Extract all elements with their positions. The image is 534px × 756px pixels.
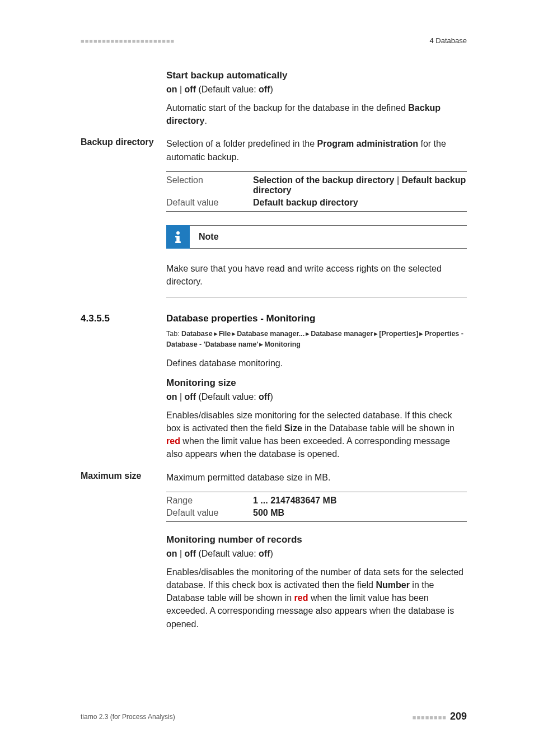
note-header: Note bbox=[166, 225, 467, 249]
tab-seg: Monitoring bbox=[264, 340, 301, 348]
option-default-label: (Default value: bbox=[196, 85, 259, 94]
heading-monitoring-records: Monitoring number of records bbox=[166, 534, 467, 545]
text: | bbox=[395, 175, 402, 185]
option-default-value: off bbox=[259, 85, 270, 94]
deflist-val-default: 500 MB bbox=[253, 507, 467, 519]
option-on: on bbox=[166, 549, 177, 558]
text-bold: Program administration bbox=[317, 139, 418, 148]
tab-seg: Database manager... bbox=[237, 330, 305, 338]
deflist-row: Default value 500 MB bbox=[166, 507, 467, 519]
option-line-monitoring-records: on | off (Default value: off) bbox=[166, 549, 467, 559]
text: Selection of a folder predefined in the bbox=[166, 139, 317, 148]
text: in the Database table will be shown in bbox=[302, 423, 455, 433]
footer-product: tiamo 2.3 (for Process Analysis) bbox=[81, 713, 175, 721]
option-sep: | bbox=[177, 392, 185, 402]
option-line-start-backup: on | off (Default value: off) bbox=[166, 85, 467, 95]
text-bold: Default backup directory bbox=[253, 198, 358, 207]
heading-start-backup: Start backup automatically bbox=[166, 70, 467, 81]
info-icon bbox=[166, 225, 190, 249]
option-off: off bbox=[185, 549, 196, 558]
deflist-backup-directory: Selection Selection of the backup direct… bbox=[166, 171, 467, 212]
deflist-row: Range 1 ... 2147483647 MB bbox=[166, 494, 467, 507]
text: when the limit value has been exceeded. … bbox=[166, 436, 450, 459]
footer-dots-icon: ■■■■■■■■ bbox=[413, 714, 447, 721]
text-bold: 500 MB bbox=[253, 508, 284, 517]
tab-seg: Database manager bbox=[311, 330, 373, 338]
page-number: 209 bbox=[450, 711, 467, 722]
option-line-monitoring-size: on | off (Default value: off) bbox=[166, 392, 467, 402]
para-start-backup: Automatic start of the backup for the da… bbox=[166, 101, 467, 127]
para-maximum-size: Maximum permitted database size in MB. bbox=[166, 471, 467, 484]
option-close: ) bbox=[270, 85, 273, 94]
note-box: Note Make sure that you have read and wr… bbox=[166, 225, 467, 297]
section-db-properties-monitoring: 4.3.5.5 Database properties - Monitoring… bbox=[166, 313, 467, 460]
tab-seg: [Properties] bbox=[379, 330, 418, 338]
tab-seg: File bbox=[219, 330, 231, 338]
option-close: ) bbox=[270, 392, 273, 402]
text-bold: Selection of the backup directory bbox=[253, 175, 395, 185]
deflist-key-range: Range bbox=[166, 494, 253, 507]
section-start-backup: Start backup automatically on | off (Def… bbox=[166, 70, 467, 127]
svg-rect-3 bbox=[175, 236, 179, 237]
section-maximum-size: Maximum size Maximum permitted database … bbox=[166, 471, 467, 522]
option-on: on bbox=[166, 85, 177, 94]
option-off: off bbox=[185, 85, 196, 94]
deflist-key-default: Default value bbox=[166, 507, 253, 519]
option-default-value: off bbox=[259, 392, 270, 402]
footer-right: ■■■■■■■■ 209 bbox=[413, 711, 467, 722]
header-chapter: 4 Database bbox=[430, 36, 467, 45]
side-label-backup-directory: Backup directory bbox=[81, 137, 162, 147]
text: . bbox=[204, 116, 207, 125]
chevron-right-icon: ▶ bbox=[214, 330, 218, 338]
para-defines: Defines database monitoring. bbox=[166, 357, 467, 370]
note-title: Note bbox=[190, 232, 219, 242]
para-backup-directory: Selection of a folder predefined in the … bbox=[166, 137, 467, 163]
tab-prefix: Tab: bbox=[166, 330, 181, 338]
section-title: Database properties - Monitoring bbox=[166, 313, 315, 324]
text-red: red bbox=[166, 436, 180, 446]
deflist-val-default: Default backup directory bbox=[253, 197, 467, 209]
deflist-maximum-size: Range 1 ... 2147483647 MB Default value … bbox=[166, 492, 467, 522]
text-bold: Number bbox=[376, 580, 409, 590]
chevron-right-icon: ▶ bbox=[419, 330, 423, 338]
deflist-key-selection: Selection bbox=[166, 174, 253, 197]
deflist-row: Default value Default backup directory bbox=[166, 197, 467, 209]
option-default-label: (Default value: bbox=[196, 392, 259, 402]
tab-path: Tab: Database▶File▶Database manager...▶D… bbox=[166, 329, 467, 350]
section-backup-directory: Backup directory Selection of a folder p… bbox=[166, 137, 467, 297]
chevron-right-icon: ▶ bbox=[374, 330, 378, 338]
option-default-value: off bbox=[259, 549, 270, 558]
svg-point-0 bbox=[176, 231, 180, 235]
deflist-val-selection: Selection of the backup directory | Defa… bbox=[253, 174, 467, 197]
svg-rect-2 bbox=[175, 241, 181, 243]
option-default-label: (Default value: bbox=[196, 549, 259, 558]
page-header: ■■■■■■■■■■■■■■■■■■■■■■ 4 Database bbox=[81, 36, 467, 45]
option-sep: | bbox=[177, 85, 185, 94]
chevron-right-icon: ▶ bbox=[232, 330, 236, 338]
deflist-val-range: 1 ... 2147483647 MB bbox=[253, 494, 467, 507]
section-heading-row: 4.3.5.5 Database properties - Monitoring bbox=[166, 313, 467, 324]
para-monitoring-records: Enables/disables the monitoring of the n… bbox=[166, 566, 467, 631]
chevron-right-icon: ▶ bbox=[306, 330, 310, 338]
para-monitoring-size: Enables/disables size monitoring for the… bbox=[166, 409, 467, 461]
text: Automatic start of the backup for the da… bbox=[166, 103, 408, 113]
heading-monitoring-size: Monitoring size bbox=[166, 377, 467, 389]
option-close: ) bbox=[270, 549, 273, 558]
tab-seg: Database bbox=[181, 330, 213, 338]
option-sep: | bbox=[177, 549, 185, 558]
option-on: on bbox=[166, 392, 177, 402]
section-number: 4.3.5.5 bbox=[81, 313, 166, 324]
option-off: off bbox=[185, 392, 196, 402]
side-label-maximum-size: Maximum size bbox=[81, 471, 162, 481]
note-title-wrap: Note bbox=[190, 225, 467, 249]
chevron-right-icon: ▶ bbox=[259, 341, 263, 349]
text-bold: 1 ... 2147483647 MB bbox=[253, 496, 336, 505]
deflist-key-default: Default value bbox=[166, 197, 253, 209]
note-body: Make sure that you have read and write a… bbox=[166, 262, 467, 297]
text-red: red bbox=[294, 593, 308, 603]
section-monitoring-records: Monitoring number of records on | off (D… bbox=[166, 534, 467, 631]
header-dots-icon: ■■■■■■■■■■■■■■■■■■■■■■ bbox=[81, 38, 175, 44]
deflist-row: Selection Selection of the backup direct… bbox=[166, 174, 467, 197]
text-bold: Size bbox=[284, 423, 302, 433]
page-footer: tiamo 2.3 (for Process Analysis) ■■■■■■■… bbox=[81, 711, 467, 722]
